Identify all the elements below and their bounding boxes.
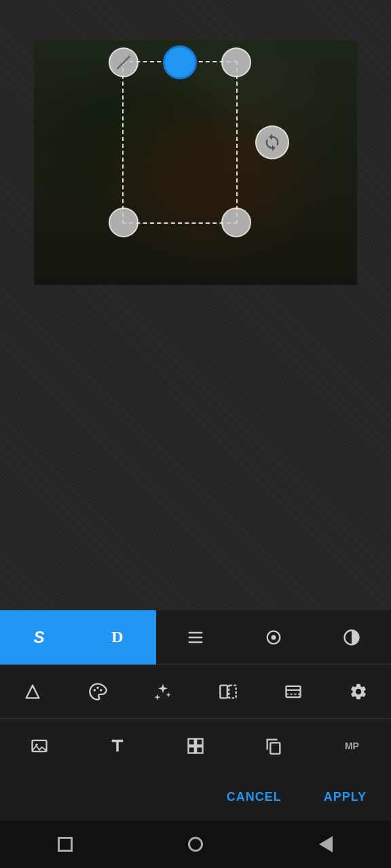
btn-settings[interactable] <box>326 665 391 719</box>
btn-shape[interactable] <box>0 665 65 719</box>
btn-lines[interactable] <box>156 610 234 665</box>
d-label: D <box>111 628 123 646</box>
selection-box[interactable] <box>122 61 238 224</box>
svg-rect-19 <box>189 747 195 753</box>
photo-canvas <box>34 41 357 285</box>
svg-line-0 <box>117 56 130 69</box>
svg-point-5 <box>272 635 276 639</box>
toolbar-row-2 <box>0 665 391 719</box>
handle-top-left[interactable] <box>109 47 138 77</box>
toolbar-row-1: S D <box>0 610 391 665</box>
btn-copy[interactable] <box>235 719 313 773</box>
svg-rect-11 <box>229 685 236 698</box>
svg-rect-18 <box>196 739 202 745</box>
svg-rect-3 <box>189 641 203 642</box>
btn-grid[interactable] <box>156 719 234 773</box>
apply-button[interactable]: APPLY <box>313 785 377 810</box>
handle-blue-active[interactable] <box>163 45 197 79</box>
svg-rect-20 <box>196 747 202 753</box>
btn-d[interactable]: D <box>78 610 156 665</box>
back-icon <box>58 837 73 852</box>
android-nav-bar <box>0 821 391 868</box>
btn-text[interactable] <box>78 719 156 773</box>
svg-rect-12 <box>286 686 301 696</box>
svg-rect-17 <box>189 739 195 745</box>
cancel-button[interactable]: CANCEL <box>216 785 293 810</box>
nav-back-button[interactable] <box>48 827 82 861</box>
nav-home-button[interactable] <box>179 827 212 861</box>
handle-bottom-left[interactable] <box>109 208 138 237</box>
handle-top-right[interactable] <box>221 47 251 77</box>
btn-compare[interactable] <box>196 665 261 719</box>
svg-rect-1 <box>189 631 203 633</box>
bottom-panel: S D <box>0 610 391 821</box>
btn-mp[interactable]: MP <box>313 719 391 773</box>
btn-circle-dot[interactable] <box>235 610 313 665</box>
btn-layers[interactable] <box>261 665 326 719</box>
recent-icon <box>319 836 333 852</box>
btn-contrast[interactable] <box>313 610 391 665</box>
btn-s[interactable]: S <box>0 610 78 665</box>
s-label: S <box>34 628 45 647</box>
svg-rect-2 <box>189 636 203 637</box>
handle-rotate[interactable] <box>255 125 289 159</box>
nav-recent-button[interactable] <box>309 827 343 861</box>
handle-bottom-right[interactable] <box>221 208 251 237</box>
svg-point-9 <box>100 688 103 691</box>
action-row: CANCEL APPLY <box>0 773 391 821</box>
svg-rect-10 <box>220 685 227 698</box>
photo-background <box>34 41 357 285</box>
svg-point-7 <box>94 688 96 691</box>
mp-label: MP <box>345 741 359 751</box>
btn-image[interactable] <box>0 719 78 773</box>
svg-rect-21 <box>271 743 280 753</box>
btn-palette[interactable] <box>65 665 130 719</box>
btn-sparkle[interactable] <box>130 665 196 719</box>
home-icon <box>188 837 203 852</box>
svg-point-8 <box>96 686 99 689</box>
toolbar-row-3: MP <box>0 719 391 773</box>
